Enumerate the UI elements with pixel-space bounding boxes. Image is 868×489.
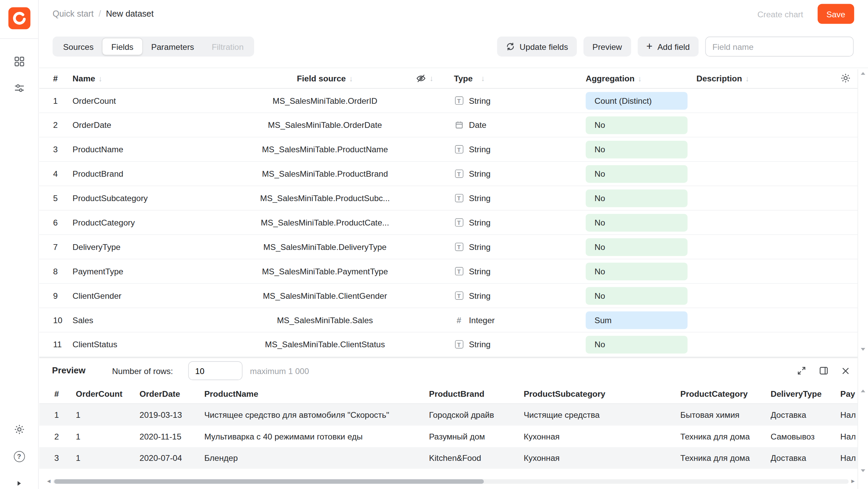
field-type-select[interactable]: T # String (448, 218, 581, 227)
field-name[interactable]: ProductName (73, 144, 242, 154)
field-name[interactable]: ClientGender (73, 291, 242, 300)
tab-sources[interactable]: Sources (54, 38, 102, 55)
breadcrumb-separator: / (99, 9, 101, 19)
field-search-input[interactable] (705, 37, 854, 57)
table-settings-gear-icon[interactable] (840, 73, 851, 83)
field-row[interactable]: 7 DeliveryType MS_SalesMiniTable.Deliver… (39, 235, 868, 259)
aggregation-select[interactable]: No (586, 140, 688, 158)
field-name[interactable]: ProductBrand (73, 169, 242, 178)
add-field-button[interactable]: + Add field (637, 37, 699, 57)
preview-column-productsubcategory: ProductSubcategory (524, 389, 680, 398)
create-chart-button[interactable]: Create chart (758, 9, 803, 19)
field-row[interactable]: 9 ClientGender MS_SalesMiniTable.ClientG… (39, 284, 868, 308)
preview-cell-productsubcategory: Чистящие средства (524, 410, 680, 419)
preview-scroll-down-icon[interactable] (861, 469, 865, 472)
preview-scroll-up-icon[interactable] (861, 390, 865, 392)
column-type[interactable]: Type↓ (448, 73, 581, 83)
scroll-left-icon[interactable]: ◀ (47, 479, 50, 484)
expand-sidebar-icon[interactable] (11, 475, 27, 489)
tab-filtration[interactable]: Filtration (203, 38, 252, 55)
field-aggregation-cell: No (581, 335, 692, 353)
field-row[interactable]: 6 ProductCategory MS_SalesMiniTable.Prod… (39, 211, 868, 235)
column-aggregation[interactable]: Aggregation↓ (581, 73, 692, 83)
aggregation-select[interactable]: No (586, 262, 688, 280)
field-name[interactable]: OrderDate (73, 120, 242, 130)
preview-cell-index: 2 (54, 432, 76, 441)
aggregation-select[interactable]: Count (Distinct) (586, 92, 688, 109)
aggregation-select[interactable]: No (586, 116, 688, 134)
field-type-select[interactable]: T # String (448, 291, 581, 300)
aggregation-select[interactable]: No (586, 189, 688, 207)
aggregation-select[interactable]: No (586, 238, 688, 256)
fields-table-body: 1 OrderCount MS_SalesMiniTable.OrderID T (39, 89, 868, 357)
field-name[interactable]: ProductSubcategory (73, 193, 242, 203)
preview-expand-icon[interactable] (797, 366, 806, 375)
preview-cell-productname: Блендер (204, 453, 429, 463)
field-name[interactable]: ProductCategory (73, 218, 242, 227)
field-type-select[interactable]: T # Date (448, 120, 581, 130)
field-row[interactable]: 8 PaymentType MS_SalesMiniTable.PaymentT… (39, 259, 868, 284)
preview-button[interactable]: Preview (583, 37, 631, 57)
column-name[interactable]: Name↓ (73, 73, 242, 83)
field-row[interactable]: 5 ProductSubcategory MS_SalesMiniTable.P… (39, 186, 868, 211)
update-fields-button[interactable]: Update fields (497, 37, 577, 57)
field-type-select[interactable]: T # String (448, 340, 581, 349)
scroll-down-icon[interactable] (861, 348, 865, 351)
field-type-select[interactable]: T # Integer (448, 315, 581, 325)
vertical-scrollbar[interactable] (857, 69, 868, 489)
field-type-select[interactable]: T # String (448, 96, 581, 105)
aggregation-select[interactable]: No (586, 214, 688, 231)
field-type-label: String (469, 96, 491, 105)
field-row[interactable]: 11 ClientStatus MS_SalesMiniTable.Client… (39, 332, 868, 357)
column-field-source[interactable]: Field source↓ (242, 73, 408, 83)
horizontal-scrollbar-thumb[interactable] (54, 479, 484, 484)
field-type-select[interactable]: T # String (448, 144, 581, 154)
settings-gear-icon[interactable] (11, 421, 27, 438)
preview-cell-index: 1 (54, 410, 76, 419)
app-window: ? Quick start / New dataset Create chart… (0, 0, 868, 489)
preview-column-index: # (54, 389, 76, 398)
aggregation-select[interactable]: No (586, 335, 688, 353)
horizontal-scrollbar[interactable]: ◀ ▶ (47, 479, 855, 484)
preview-column-deliverytype: DeliveryType (770, 389, 840, 398)
field-name[interactable]: ClientStatus (73, 340, 242, 349)
field-type-select[interactable]: T # String (448, 169, 581, 178)
field-row[interactable]: 1 OrderCount MS_SalesMiniTable.OrderID T (39, 89, 868, 113)
preview-close-icon[interactable] (841, 366, 850, 375)
column-hidden[interactable]: ↓ (408, 73, 448, 83)
tab-fields[interactable]: Fields (102, 38, 142, 55)
rows-count-input[interactable] (188, 361, 242, 380)
field-row[interactable]: 4 ProductBrand MS_SalesMiniTable.Product… (39, 162, 868, 186)
field-name[interactable]: OrderCount (73, 96, 242, 105)
scroll-up-icon[interactable] (861, 72, 865, 75)
preview-dock-panel-icon[interactable] (819, 366, 829, 375)
nav-apps-icon[interactable] (11, 53, 27, 70)
fields-table-header: # Name↓ Field source↓ ↓ Type↓ Aggregatio… (39, 67, 868, 89)
sort-down-icon: ↓ (638, 74, 642, 83)
field-row[interactable]: 2 OrderDate MS_SalesMiniTable.OrderDate … (39, 113, 868, 137)
field-index: 3 (53, 144, 73, 154)
breadcrumb: Quick start / New dataset (53, 9, 153, 19)
field-name[interactable]: DeliveryType (73, 242, 242, 252)
field-source: MS_SalesMiniTable.ProductSubc... (242, 193, 408, 203)
nav-flows-icon[interactable] (11, 80, 27, 96)
field-type-select[interactable]: T # String (448, 242, 581, 252)
scroll-right-icon[interactable]: ▶ (851, 479, 855, 484)
field-type-select[interactable]: T # String (448, 267, 581, 276)
field-row[interactable]: 10 Sales MS_SalesMiniTable.Sales T (39, 308, 868, 332)
field-type-select[interactable]: T # String (448, 193, 581, 203)
aggregation-select[interactable]: No (586, 165, 688, 182)
field-type-label: Date (469, 120, 487, 130)
aggregation-select[interactable]: No (586, 287, 688, 305)
breadcrumb-quick-start[interactable]: Quick start (53, 9, 94, 19)
app-logo[interactable] (8, 7, 30, 29)
field-name[interactable]: Sales (73, 315, 242, 325)
tab-parameters[interactable]: Parameters (142, 38, 203, 55)
save-button[interactable]: Save (818, 4, 854, 24)
help-icon[interactable]: ? (11, 448, 27, 465)
aggregation-select[interactable]: Sum (586, 311, 688, 329)
preview-cell-orderdate: 2020-07-04 (140, 453, 204, 463)
field-row[interactable]: 3 ProductName MS_SalesMiniTable.ProductN… (39, 137, 868, 162)
column-index[interactable]: # (53, 73, 73, 83)
field-name[interactable]: PaymentType (73, 267, 242, 276)
